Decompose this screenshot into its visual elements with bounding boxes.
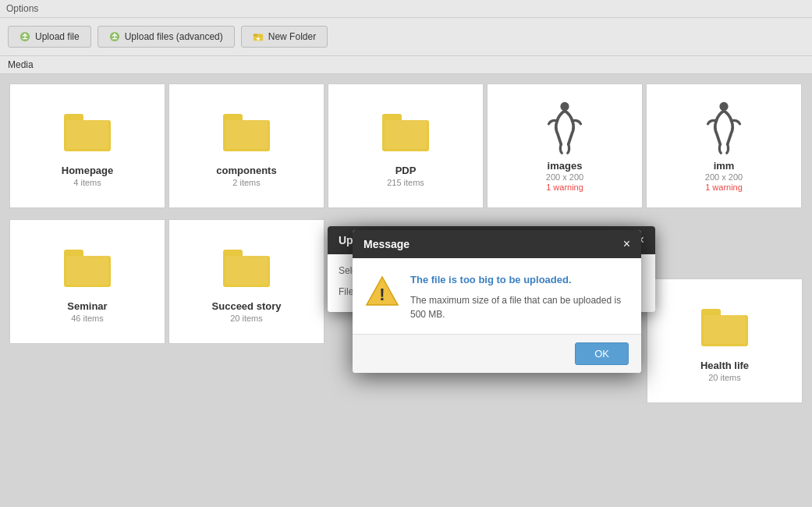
media-item-name: images [548, 160, 583, 172]
message-secondary-text: The maximum size of a file that can be u… [410, 293, 629, 321]
toolbar: Upload file Upload files (advanced) New … [0, 18, 812, 56]
media-item-name: PDP [395, 165, 417, 176]
folder-icon-components [219, 105, 274, 160]
folder-icon-seminar [60, 241, 115, 296]
media-item-count: 20 items [708, 373, 741, 382]
media-item-succeed-story[interactable]: Succeed story 20 items [168, 219, 324, 344]
message-dialog-body: ! The file is too big to be uploaded. Th… [353, 258, 641, 334]
media-item-name: Succeed story [212, 300, 282, 312]
options-label: Options [6, 3, 38, 14]
svg-text:!: ! [379, 285, 385, 304]
media-item-count: 4 items [73, 178, 101, 187]
media-item-name: components [216, 165, 276, 176]
player-icon-imm [697, 101, 751, 155]
media-item-count: 2 items [232, 178, 260, 187]
folder-icon-pdp [378, 105, 433, 160]
media-item-size: 200 x 200 [705, 172, 743, 182]
media-item-components[interactable]: components 2 items [168, 83, 324, 208]
media-item-homepage[interactable]: Homepage 4 items [9, 83, 165, 208]
ok-button[interactable]: OK [575, 342, 629, 365]
top-bar: Options [0, 0, 812, 18]
message-primary-text: The file is too big to be uploaded. [410, 274, 629, 285]
media-item-name: Homepage [62, 165, 113, 176]
upload-advanced-button[interactable]: Upload files (advanced) [98, 26, 235, 48]
player-icon-images [537, 101, 592, 155]
new-folder-label: New Folder [268, 31, 316, 42]
media-item-imm[interactable]: imm 200 x 200 1 warning [646, 83, 802, 208]
upload-advanced-icon [109, 31, 120, 42]
folder-icon-succeed-story [219, 241, 274, 296]
upload-file-button[interactable]: Upload file [8, 26, 91, 48]
new-folder-button[interactable]: New Folder [241, 26, 328, 48]
upload-file-label: Upload file [35, 31, 80, 42]
media-item-warning: 1 warning [546, 183, 583, 192]
message-text-area: The file is too big to be uploaded. The … [410, 274, 629, 321]
media-item-warning: 1 warning [705, 183, 743, 192]
message-dialog-footer: OK [353, 334, 641, 373]
media-section-label: Media [0, 56, 812, 74]
media-item-images[interactable]: images 200 x 200 1 warning [487, 83, 643, 208]
new-folder-icon [253, 31, 264, 42]
upload-advanced-label: Upload files (advanced) [125, 31, 223, 42]
media-item-seminar[interactable]: Seminar 46 items [9, 219, 165, 344]
folder-icon-homepage [60, 105, 115, 160]
media-item-health-life[interactable]: Health life 20 items [647, 278, 803, 403]
media-item-size: 200 x 200 [546, 172, 583, 182]
media-item-count: 20 items [230, 314, 263, 323]
message-close-button[interactable]: × [623, 238, 630, 250]
media-item-count: 46 items [71, 314, 104, 323]
media-item-pdp[interactable]: PDP 215 items [328, 83, 484, 208]
media-grid: Homepage 4 items components 2 items PDP … [0, 74, 812, 218]
media-item-count: 215 items [387, 178, 424, 187]
message-dialog-title: Message [363, 238, 410, 250]
media-item-name: Seminar [67, 300, 107, 312]
folder-icon-health-life [697, 300, 752, 355]
svg-rect-3 [254, 34, 257, 37]
upload-file-icon [20, 31, 30, 42]
message-dialog-header: Message × [353, 230, 641, 258]
media-item-name: Health life [700, 360, 749, 371]
message-dialog: Message × ! The file is too big to be up… [353, 230, 641, 373]
media-item-name: imm [714, 160, 735, 172]
warning-icon: ! [365, 275, 399, 307]
